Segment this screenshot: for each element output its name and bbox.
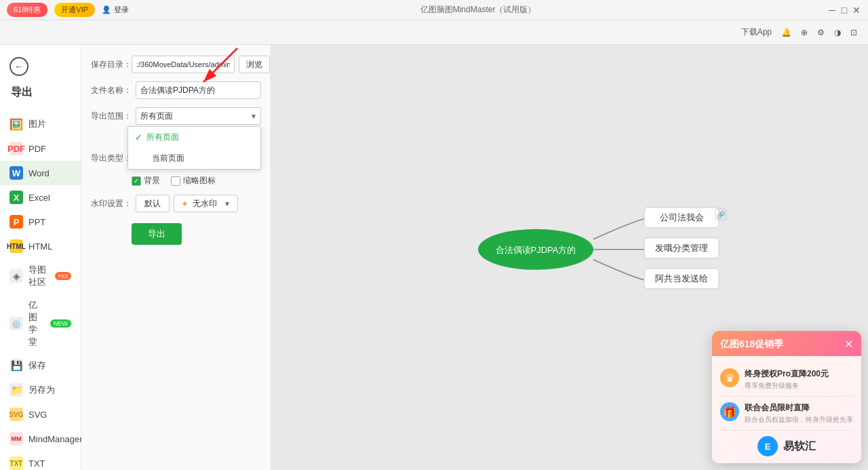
watermark-dropdown-arrow: ▼ [224, 200, 231, 208]
mindmap-svg: 合法偶读PJDPA方的 公司法我会 🔗 发哦分类管理 阿共当发送给 [434, 181, 705, 317]
promo-footer: E 易软汇 [720, 431, 853, 456]
filename-input[interactable] [136, 81, 261, 99]
sidebar-item-html[interactable]: HTML HTML [0, 234, 81, 258]
word-icon: W [9, 166, 23, 180]
sidebar-item-mindmanager[interactable]: MM MindManager [0, 427, 81, 451]
svg-text:阿共当发送给: 阿共当发送给 [655, 273, 708, 283]
user-icon: 👤 [102, 5, 111, 14]
browse-button[interactable]: 浏览 [239, 56, 270, 73]
mindmanager-icon: MM [9, 432, 23, 446]
titlebar-left-controls: 618特惠 开通VIP 👤 登录 [7, 3, 129, 17]
hot-badge: Hot [55, 272, 71, 280]
vip-button[interactable]: 开通VIP [54, 3, 95, 17]
svg-text:🔗: 🔗 [717, 210, 726, 218]
sidebar: ← 导出 🖼️ 图片 PDF PDF W Word X Excel P [0, 45, 81, 470]
window-controls: ─ □ ✕ [827, 5, 861, 15]
export-range-select[interactable]: 所有页面 当前页面 [136, 107, 261, 125]
promo-button[interactable]: 618特惠 [7, 3, 47, 17]
app-title: 亿图脑图MindMaster（试用版） [129, 4, 827, 16]
sidebar-item-community[interactable]: ◈ 导图社区 Hot [0, 258, 81, 294]
export-panel: 保存目录： 浏览 文件名称： 导出范围： 所有页面 当前页面 ▼ ✓ 所有 [81, 45, 271, 470]
sidebar-item-save[interactable]: 💾 保存 [0, 353, 81, 378]
share-icon[interactable]: ⊕ [801, 28, 808, 37]
excel-icon: X [9, 191, 23, 204]
promo-logo-icon: E [757, 436, 778, 456]
theme-icon[interactable]: ◑ [834, 28, 841, 37]
promo-popup: 亿图618促销季 ✕ ♛ 终身授权Pro直降200元 尊享免费升级服务 🎁 联合… [712, 331, 861, 463]
promo-item-1-text: 联合会员限时直降 联合会员权益加倍，终身升级抢先享 [745, 402, 853, 425]
download-app-button[interactable]: 下载App [741, 26, 772, 38]
export-range-dropdown: ✓ 所有页面 当前页面 [127, 126, 261, 170]
back-button[interactable]: ← [0, 53, 81, 80]
promo-item-1-title: 联合会员限时直降 [745, 402, 853, 414]
close-button[interactable]: ✕ [852, 5, 861, 15]
svg-text:发哦分类管理: 发哦分类管理 [655, 242, 708, 252]
ppt-icon: P [9, 215, 23, 229]
promo-item-0-title: 终身授权Pro直降200元 [745, 368, 853, 380]
dropdown-item-current-page[interactable]: 当前页面 [128, 148, 260, 169]
sidebar-item-pdf[interactable]: PDF PDF [0, 136, 81, 161]
watermark-select[interactable]: ✦ 无水印 ▼ [174, 195, 238, 212]
check-icon: ✓ [135, 132, 142, 142]
community-icon: ◈ [9, 269, 23, 283]
minimize-button[interactable]: ─ [827, 5, 837, 15]
back-icon: ← [9, 57, 28, 76]
background-checkbox[interactable]: 背景 [132, 175, 160, 187]
save-dir-label: 保存目录： [91, 59, 127, 71]
notification-icon[interactable]: 🔔 [781, 28, 791, 37]
export-range-row: 导出范围： 所有页面 当前页面 ▼ [91, 107, 261, 125]
export-title: 导出 [0, 80, 81, 106]
sidebar-item-image[interactable]: 🖼️ 图片 [0, 112, 81, 136]
sidebar-item-ppt[interactable]: P PPT [0, 210, 81, 234]
export-range-wrapper: 所有页面 当前页面 ▼ [136, 107, 261, 125]
image-icon: 🖼️ [9, 117, 23, 131]
promo-title: 亿图618促销季 [720, 338, 783, 351]
save-dir-row: 保存目录： 浏览 [91, 56, 261, 73]
canvas-area: 合法偶读PJDPA方的 公司法我会 🔗 发哦分类管理 阿共当发送给 [271, 45, 868, 470]
sidebar-item-txt[interactable]: TXT TXT [0, 451, 81, 470]
promo-gift-icon: 🎁 [720, 402, 739, 421]
filename-row: 文件名称： [91, 81, 261, 99]
save-icon: 💾 [9, 359, 23, 372]
feedback-icon[interactable]: ⊡ [850, 28, 857, 37]
main-area: ← 导出 🖼️ 图片 PDF PDF W Word X Excel P [0, 45, 868, 470]
promo-close-button[interactable]: ✕ [844, 338, 853, 351]
save-dir-input[interactable] [132, 56, 235, 73]
html-icon: HTML [9, 239, 23, 253]
maximize-button[interactable]: □ [840, 5, 849, 15]
sidebar-item-svg[interactable]: SVG SVG [0, 402, 81, 427]
dropdown-item-all-pages[interactable]: ✓ 所有页面 [128, 127, 260, 148]
thumbnail-checkbox-box [171, 176, 180, 186]
sidebar-item-yitu[interactable]: ◎ 亿图学堂 NEW [0, 294, 81, 353]
promo-item-0-text: 终身授权Pro直降200元 尊享免费升级服务 [745, 368, 853, 391]
promo-crown-icon: ♛ [720, 368, 739, 387]
login-button[interactable]: 👤 登录 [102, 5, 129, 15]
saveas-icon: 📁 [9, 383, 23, 397]
sidebar-item-word[interactable]: W Word [0, 161, 81, 185]
promo-logo-text: 易软汇 [783, 439, 816, 454]
mindmap-container: 合法偶读PJDPA方的 公司法我会 🔗 发哦分类管理 阿共当发送给 [434, 181, 705, 319]
promo-item-0: ♛ 终身授权Pro直降200元 尊享免费升级服务 [720, 363, 853, 397]
promo-item-1-subtitle: 联合会员权益加倍，终身升级抢先享 [745, 415, 853, 425]
checkbox-row: 背景 缩略图标 [91, 175, 261, 187]
watermark-default-button[interactable]: 默认 [136, 195, 170, 212]
pdf-icon: PDF [9, 142, 23, 155]
svg-icon: SVG [9, 408, 23, 421]
export-range-label: 导出范围： [91, 111, 132, 122]
svg-text:合法偶读PJDPA方的: 合法偶读PJDPA方的 [496, 244, 576, 254]
new-badge: NEW [50, 319, 71, 328]
export-button[interactable]: 导出 [132, 223, 182, 245]
thumbnail-checkbox[interactable]: 缩略图标 [171, 175, 216, 187]
settings-toolbar-icon[interactable]: ⚙ [817, 28, 825, 37]
titlebar: 618特惠 开通VIP 👤 登录 亿图脑图MindMaster（试用版） ─ □… [0, 0, 868, 20]
svg-text:公司法我会: 公司法我会 [660, 212, 704, 222]
sidebar-item-excel[interactable]: X Excel [0, 185, 81, 210]
watermark-row: 水印设置： 默认 ✦ 无水印 ▼ [91, 195, 261, 212]
export-type-label: 导出类型： [91, 153, 132, 164]
promo-header: 亿图618促销季 ✕ [712, 331, 861, 356]
toolbar: 下载App 🔔 ⊕ ⚙ ◑ ⊡ [0, 20, 868, 45]
promo-item-1: 🎁 联合会员限时直降 联合会员权益加倍，终身升级抢先享 [720, 397, 853, 431]
sidebar-item-saveas[interactable]: 📁 另存为 [0, 378, 81, 402]
filename-label: 文件名称： [91, 85, 132, 96]
promo-body: ♛ 终身授权Pro直降200元 尊享免费升级服务 🎁 联合会员限时直降 联合会员… [712, 356, 861, 463]
